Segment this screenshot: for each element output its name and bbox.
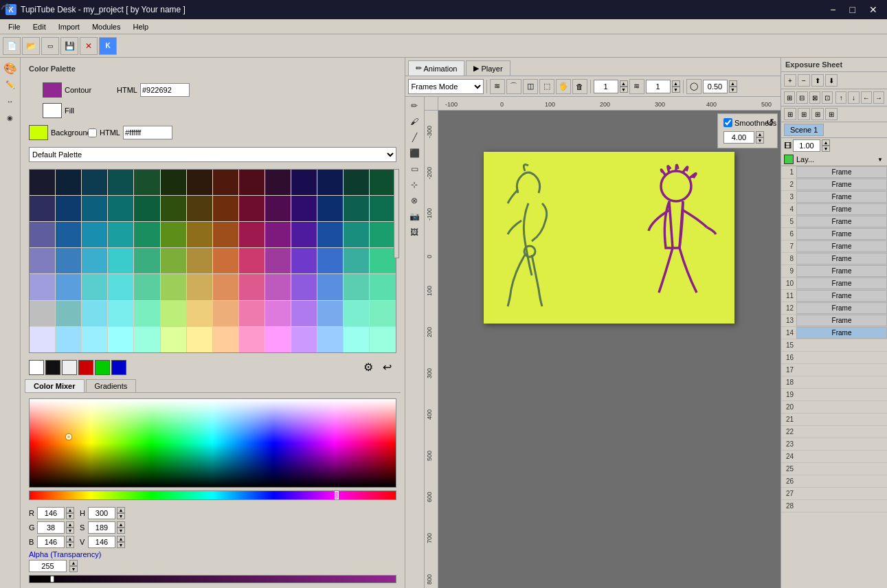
color-cell[interactable]: [239, 248, 265, 273]
frame-button[interactable]: Frame: [796, 179, 887, 190]
alpha-up[interactable]: ▲: [69, 560, 78, 566]
exp-btn4[interactable]: ⊡: [822, 91, 833, 104]
color-cell[interactable]: [82, 196, 107, 221]
background-swatch[interactable]: [29, 125, 48, 140]
h-down[interactable]: ▼: [117, 513, 125, 519]
exp-move-down[interactable]: ⬇: [825, 74, 838, 87]
color-cell[interactable]: [291, 248, 317, 273]
smoothness-checkbox[interactable]: [723, 118, 732, 127]
color-cell[interactable]: [344, 301, 369, 326]
g-input[interactable]: [37, 521, 65, 534]
background-hex-input[interactable]: [123, 126, 172, 139]
quick-red[interactable]: [78, 360, 93, 375]
color-cell[interactable]: [161, 248, 186, 273]
color-cell[interactable]: [317, 248, 343, 273]
h-up[interactable]: ▲: [117, 507, 125, 513]
maximize-button[interactable]: □: [846, 3, 860, 16]
frame-button[interactable]: Frame: [796, 240, 887, 252]
color-cell[interactable]: [187, 170, 212, 195]
v-up[interactable]: ▲: [117, 536, 125, 542]
palette-scrollbar[interactable]: [394, 169, 399, 258]
exp-arr-right[interactable]: →: [873, 91, 884, 104]
color-cell[interactable]: [370, 248, 395, 273]
save-button[interactable]: 💾: [60, 37, 78, 55]
hue-slider[interactable]: [29, 490, 396, 500]
color-cell[interactable]: [265, 301, 291, 326]
menu-modules[interactable]: Modules: [87, 21, 126, 32]
color-cell[interactable]: [30, 248, 55, 273]
color-cell[interactable]: [82, 327, 107, 352]
smooth-down[interactable]: ▼: [756, 137, 764, 144]
color-cell[interactable]: [82, 248, 107, 273]
color-cell[interactable]: [56, 274, 81, 299]
color-cell[interactable]: [317, 274, 343, 299]
color-cell[interactable]: [187, 274, 212, 299]
color-cell[interactable]: [134, 274, 159, 299]
frame-button[interactable]: Frame: [796, 327, 887, 339]
color-cell[interactable]: [134, 327, 159, 352]
frame-button[interactable]: Frame: [796, 290, 887, 302]
val3-up[interactable]: ▲: [729, 80, 737, 87]
pencil-tool[interactable]: ✏: [407, 98, 422, 113]
draw-tool-6[interactable]: ≋: [629, 79, 644, 94]
color-cell[interactable]: [239, 327, 265, 352]
color-cell[interactable]: [82, 222, 107, 247]
color-cell[interactable]: [291, 327, 317, 352]
brush-tool[interactable]: 🖌: [407, 114, 422, 129]
tab-color-mixer[interactable]: Color Mixer: [25, 379, 85, 392]
b-down[interactable]: ▼: [66, 542, 74, 548]
close-doc-button[interactable]: ✕: [80, 37, 98, 55]
color-cell[interactable]: [108, 274, 133, 299]
val1-down[interactable]: ▼: [620, 87, 628, 93]
exp-t1[interactable]: ⊞: [784, 108, 796, 120]
select-tool[interactable]: ⊹: [407, 177, 422, 192]
color-cell[interactable]: [108, 248, 133, 273]
layer-scroll[interactable]: ▼: [876, 155, 884, 164]
b-up[interactable]: ▲: [66, 536, 74, 542]
lasso-tool[interactable]: ⊗: [407, 193, 422, 208]
color-cell[interactable]: [317, 196, 343, 221]
tab-player[interactable]: ▶ Player: [466, 60, 510, 76]
frame-button[interactable]: Frame: [796, 216, 887, 227]
r-input[interactable]: [37, 507, 65, 519]
pen-icon[interactable]: ✏️: [3, 77, 18, 92]
color-cell[interactable]: [108, 170, 133, 195]
color-cell[interactable]: [265, 222, 291, 247]
color-cell[interactable]: [108, 222, 133, 247]
exp-arr-up[interactable]: ↑: [835, 91, 846, 104]
color-cell[interactable]: [213, 248, 238, 273]
color-cell[interactable]: [291, 170, 317, 195]
color-cell[interactable]: [134, 170, 159, 195]
color-cell[interactable]: [161, 327, 186, 352]
navigate-icon[interactable]: ↺: [766, 117, 774, 128]
color-cell[interactable]: [370, 170, 395, 195]
camera-tool[interactable]: 📷: [407, 209, 422, 224]
val3-down[interactable]: ▼: [729, 87, 737, 93]
color-cell[interactable]: [317, 301, 343, 326]
quick-green[interactable]: [95, 360, 110, 375]
frame-button[interactable]: Frame: [796, 278, 887, 289]
s-up[interactable]: ▲: [117, 521, 125, 528]
exp-add[interactable]: +: [784, 74, 796, 87]
contour-hex-input[interactable]: [140, 83, 190, 97]
color-cell[interactable]: [187, 301, 212, 326]
color-cell[interactable]: [265, 274, 291, 299]
color-cell[interactable]: [108, 327, 133, 352]
color-cell[interactable]: [213, 327, 238, 352]
settings-icon[interactable]: ⚙: [359, 360, 377, 375]
color-cell[interactable]: [265, 327, 291, 352]
color-cell[interactable]: [239, 196, 265, 221]
b-input[interactable]: [37, 536, 65, 548]
color-cell[interactable]: [134, 248, 159, 273]
color-cell[interactable]: [344, 327, 369, 352]
color-cell[interactable]: [213, 196, 238, 221]
exp-t3[interactable]: ⊞: [811, 108, 824, 120]
background-checkbox[interactable]: [88, 128, 97, 137]
exp-t2[interactable]: ⊞: [798, 108, 810, 120]
exp-btn2[interactable]: ⊟: [796, 91, 807, 104]
color-cell[interactable]: [370, 222, 395, 247]
palette-icon[interactable]: 🎨: [3, 60, 18, 76]
tab-gradients[interactable]: Gradients: [86, 379, 137, 392]
draw-tool-4[interactable]: ⬚: [539, 79, 554, 94]
color-cell[interactable]: [370, 274, 395, 299]
